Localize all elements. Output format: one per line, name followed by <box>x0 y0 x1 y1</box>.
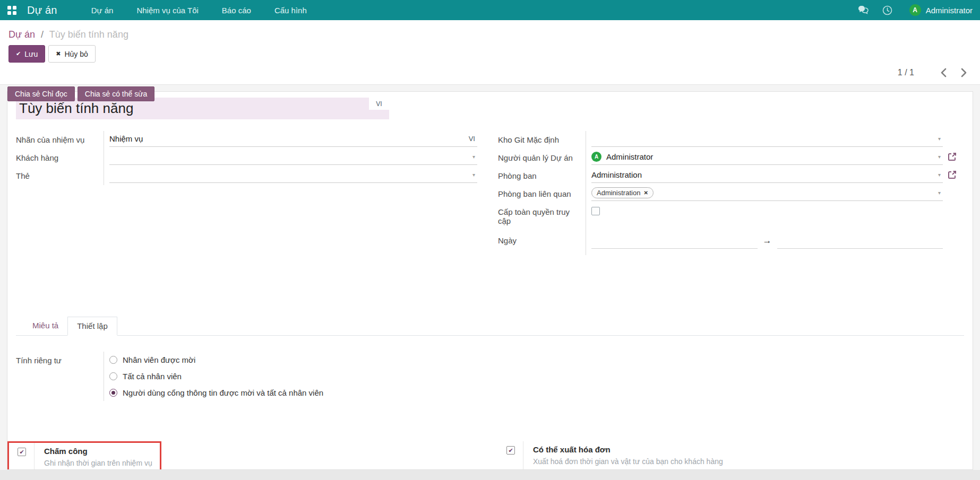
top-navbar: Dự án Dự án Nhiệm vụ của Tôi Báo cáo Cấu… <box>0 0 980 20</box>
field-label-project-manager: Người quản lý Dự án <box>498 149 586 167</box>
privacy-option-all-employees[interactable]: Tất cả nhân viên <box>109 368 409 385</box>
tab-description[interactable]: Miêu tả <box>23 317 67 335</box>
privacy-option-portal-and-employees[interactable]: Người dùng cổng thông tin được mời và tấ… <box>109 385 409 401</box>
setting-description: Ghi nhận thời gian trên nhiệm vụ <box>44 459 152 467</box>
notebook-tabs: Miêu tả Thiết lập <box>16 317 964 336</box>
breadcrumb-separator: / <box>41 29 44 40</box>
chevron-down-icon[interactable]: ▾ <box>938 190 943 196</box>
radio-icon[interactable] <box>109 356 117 364</box>
full-access-checkbox[interactable] <box>591 207 600 215</box>
field-label-related-departments: Phòng ban liên quan <box>498 185 586 203</box>
git-repo-dropdown[interactable]: ▾ <box>591 131 943 147</box>
privacy-section: Tính riêng tư Nhân viên được mời Tất cả … <box>16 352 409 401</box>
control-buttons-row: ✔ Lưu ✖ Hủy bỏ <box>8 45 972 63</box>
field-label-department: Phòng ban <box>498 167 586 185</box>
tag-remove-icon[interactable]: ✕ <box>643 190 648 196</box>
field-label-tags: Thẻ <box>16 167 104 185</box>
share-buttons: Chia sẻ Chỉ đọc Chia sẻ có thể sửa <box>7 86 154 101</box>
field-label-git-repo: Kho Git Mặc định <box>498 131 586 149</box>
left-field-group: Nhãn của nhiệm vụ Nhiệm vụ VI Khách hàng… <box>16 131 490 255</box>
save-button[interactable]: ✔ Lưu <box>8 45 45 63</box>
field-label-full-access: Cấp toàn quyền truy cập <box>498 203 586 232</box>
x-icon: ✖ <box>56 50 61 57</box>
form-sheet: Tùy biến tính năng VI Nhãn của nhiệm vụ … <box>7 91 973 470</box>
timesheets-checkbox[interactable]: ✔ <box>18 448 26 456</box>
title-language-badge[interactable]: VI <box>369 98 389 110</box>
control-panel: Dự án / Tùy biến tính năng ✔ Lưu ✖ Hủy b… <box>0 20 980 85</box>
radio-icon[interactable] <box>109 372 117 380</box>
project-manager-dropdown[interactable]: A Administrator ▾ <box>591 149 943 165</box>
messages-icon[interactable] <box>857 4 869 16</box>
tag-pill[interactable]: Administration ✕ <box>591 187 654 198</box>
external-link-icon[interactable] <box>947 152 957 162</box>
page-title: Tùy biến tính năng <box>16 100 133 117</box>
pager-previous-icon[interactable] <box>938 67 949 78</box>
chevron-down-icon[interactable]: ▾ <box>938 154 943 160</box>
date-start-input[interactable] <box>591 233 758 249</box>
menu-item-cau-hinh[interactable]: Cấu hình <box>263 0 319 20</box>
tag-label: Administration <box>597 189 640 197</box>
menu-item-bao-cao[interactable]: Báo cáo <box>210 0 263 20</box>
notebook: Miêu tả Thiết lập <box>16 317 964 336</box>
tab-settings[interactable]: Thiết lập <box>67 317 117 336</box>
pager-next-icon[interactable] <box>958 67 969 78</box>
setting-description: Xuất hoá đơn thời gian và vật tư của bạn… <box>533 457 723 466</box>
bottom-strip <box>0 470 980 480</box>
department-dropdown[interactable]: Administration ▾ <box>591 167 943 183</box>
setting-title: Chấm công <box>44 447 152 456</box>
menu-item-du-an[interactable]: Dự án <box>80 0 125 20</box>
field-label-customer: Khách hàng <box>16 149 104 167</box>
app-screen: Dự án Dự án Nhiệm vụ của Tôi Báo cáo Cấu… <box>0 0 980 480</box>
manager-avatar: A <box>591 152 601 162</box>
chevron-down-icon[interactable]: ▾ <box>472 154 477 160</box>
field-language-badge[interactable]: VI <box>469 135 477 143</box>
field-label-date: Ngày <box>498 232 586 255</box>
field-label-task-label: Nhãn của nhiệm vụ <box>16 131 104 149</box>
setting-title: Có thể xuất hóa đơn <box>533 445 723 454</box>
user-avatar: A <box>909 4 921 16</box>
right-field-group: Kho Git Mặc định ▾ Người quản lý Dự án A… <box>490 131 964 255</box>
form-field-groups: Nhãn của nhiệm vụ Nhiệm vụ VI Khách hàng… <box>16 131 964 255</box>
arrow-right-icon: → <box>763 235 772 246</box>
setting-timesheets: ✔ Chấm công Ghi nhận thời gian trên nhiệ… <box>7 441 161 470</box>
breadcrumb: Dự án / Tùy biến tính năng <box>8 29 972 40</box>
pager: 1 / 1 <box>898 67 969 78</box>
chevron-down-icon[interactable]: ▾ <box>938 172 943 178</box>
billable-checkbox[interactable]: ✔ <box>506 446 515 455</box>
settings-row: ✔ Chấm công Ghi nhận thời gian trên nhiệ… <box>16 441 964 470</box>
check-icon: ✔ <box>16 50 21 57</box>
task-label-input[interactable]: Nhiệm vụ VI <box>109 131 477 147</box>
setting-billable: ✔ Có thể xuất hóa đơn Xuất hoá đơn thời … <box>498 441 964 470</box>
customer-dropdown[interactable]: ▾ <box>109 149 477 165</box>
breadcrumb-current: Tùy biến tính năng <box>49 29 128 40</box>
user-name: Administrator <box>926 6 973 15</box>
pager-value: 1 / 1 <box>898 68 914 77</box>
chevron-down-icon[interactable]: ▾ <box>472 172 477 178</box>
tags-dropdown[interactable]: ▾ <box>109 167 477 183</box>
activities-clock-icon[interactable] <box>882 4 893 16</box>
related-departments-tags-input[interactable]: Administration ✕ ▾ <box>591 185 943 201</box>
date-end-input[interactable] <box>777 233 943 249</box>
privacy-option-invited-employees[interactable]: Nhân viên được mời <box>109 352 409 368</box>
discard-button[interactable]: ✖ Hủy bỏ <box>48 45 96 63</box>
main-menu: Dự án Nhiệm vụ của Tôi Báo cáo Cấu hình <box>80 0 319 20</box>
breadcrumb-parent-link[interactable]: Dự án <box>8 29 35 40</box>
app-brand[interactable]: Dự án <box>27 4 57 16</box>
user-menu[interactable]: A Administrator <box>909 4 973 16</box>
chevron-down-icon[interactable]: ▾ <box>938 136 943 142</box>
field-label-privacy: Tính riêng tư <box>16 352 104 401</box>
date-range-field: → <box>591 232 943 250</box>
external-link-icon[interactable] <box>947 170 957 180</box>
share-editable-button[interactable]: Chia sẻ có thể sửa <box>78 86 155 101</box>
radio-selected-icon[interactable] <box>109 389 117 397</box>
main-content: Chia sẻ Chỉ đọc Chia sẻ có thể sửa Tùy b… <box>0 85 980 480</box>
menu-item-nhiem-vu[interactable]: Nhiệm vụ của Tôi <box>125 0 210 20</box>
apps-grid-icon[interactable] <box>7 6 16 15</box>
share-readonly-button[interactable]: Chia sẻ Chỉ đọc <box>7 86 75 101</box>
